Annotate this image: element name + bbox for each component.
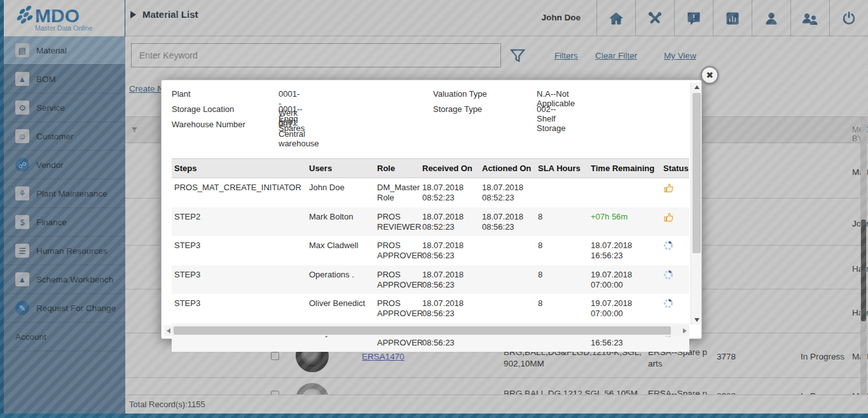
wf-users: Operations .	[307, 265, 375, 295]
wf-users: Mark Bolton	[307, 207, 375, 237]
wf-role: PROS APPROVER	[375, 265, 420, 295]
storage-type-label: Storage Type	[433, 104, 538, 114]
wf-actioned	[479, 265, 535, 295]
wf-sla: 8	[535, 236, 588, 265]
scroll-left-arrow[interactable]	[164, 325, 173, 336]
thumbs-up-icon	[663, 183, 674, 193]
scroll-up-arrow[interactable]	[691, 83, 702, 92]
close-icon: ✖	[706, 70, 713, 80]
warehouse-number-label: Warehouse Number	[172, 120, 277, 129]
wf-received: 18.07.2018 08:56:23	[420, 265, 479, 295]
wf-role: DM_Master Role	[375, 178, 420, 207]
app-window: MDO Master Data Online ▤Material ▲BOM ⚙S…	[0, 0, 868, 418]
wf-steps: STEP2	[172, 207, 307, 237]
wf-steps: PROS_MAT_CREATE_INITIATOR	[172, 178, 307, 207]
wf-role: PROS APPROVER	[375, 236, 420, 265]
wf-received: 18.07.2018 08:56:23	[420, 236, 479, 265]
wf-header-users[interactable]: Users	[307, 159, 375, 178]
wf-remaining: 19.07.2018 07:00:00	[588, 265, 661, 295]
modal-vertical-scrollbar[interactable]	[691, 83, 701, 324]
wf-sla	[535, 178, 588, 207]
wf-header-actioned-on[interactable]: Actioned On	[479, 159, 535, 178]
wf-steps: STEP3	[172, 236, 307, 265]
wf-header-time-remaining[interactable]: Time Remaining	[588, 159, 661, 178]
wf-header-sla-hours[interactable]: SLA Hours	[535, 159, 588, 178]
workflow-details-modal: ✖ Plant0001--Werk 0001Valuation TypeN.A-…	[161, 80, 702, 339]
wf-users: John Doe	[307, 178, 375, 207]
wf-remaining: +07h 56m	[588, 207, 661, 237]
wf-role: PROS APPROVER	[375, 294, 420, 323]
in-progress-spinner-icon	[663, 298, 673, 309]
in-progress-spinner-icon	[663, 270, 673, 280]
workflow-table: Steps Users Role Received On Actioned On…	[172, 158, 689, 352]
wf-received: 18.07.2018 08:56:23	[420, 294, 479, 323]
plant-label: Plant	[172, 89, 277, 99]
wf-role: PROS REVIEWER	[375, 207, 420, 237]
workflow-row: STEP3 Max Cladwell PROS APPROVER 18.07.2…	[172, 236, 689, 265]
scroll-right-arrow[interactable]	[680, 325, 689, 336]
workflow-row: STEP3 Operations . PROS APPROVER 18.07.2…	[172, 265, 689, 295]
scroll-down-arrow[interactable]	[691, 316, 702, 324]
storage-type-value: 002--Shelf Storage	[537, 104, 566, 133]
wf-users: Oliver Benedict	[307, 294, 375, 323]
wf-actioned	[479, 294, 535, 323]
vertical-scrollbar-thumb[interactable]	[692, 93, 701, 253]
wf-remaining: 19.07.2018 07:00:00	[588, 294, 661, 323]
horizontal-scrollbar-thumb[interactable]	[174, 326, 671, 335]
wf-header-role[interactable]: Role	[375, 159, 420, 178]
warehouse-number-value: 001--Central warehouse	[279, 120, 319, 148]
wf-sla: 8	[535, 265, 588, 295]
wf-steps: STEP3	[172, 265, 307, 295]
workflow-header-row: Steps Users Role Received On Actioned On…	[172, 159, 689, 178]
wf-header-received-on[interactable]: Received On	[420, 159, 479, 178]
storage-location-label: Storage Location	[172, 104, 277, 114]
wf-header-status[interactable]: Status	[661, 159, 689, 178]
workflow-row: STEP3 Oliver Benedict PROS APPROVER 18.0…	[172, 294, 689, 323]
wf-received: 18.07.2018 08:52:23	[420, 178, 479, 207]
wf-remaining: 18.07.2018 16:56:23	[588, 236, 661, 265]
modal-close-button[interactable]: ✖	[701, 66, 719, 84]
workflow-row: STEP2 Mark Bolton PROS REVIEWER 18.07.20…	[172, 207, 689, 237]
in-progress-spinner-icon	[663, 240, 673, 251]
wf-header-steps[interactable]: Steps	[172, 159, 307, 178]
wf-actioned	[479, 236, 535, 265]
wf-actioned: 18.07.2018 08:52:23	[479, 178, 535, 207]
wf-received: 18.07.2018 08:52:23	[420, 207, 479, 237]
thumbs-up-icon	[663, 212, 674, 223]
wf-steps: STEP3	[172, 294, 307, 323]
wf-sla: 8	[535, 294, 588, 323]
wf-sla: 8	[535, 207, 588, 237]
valuation-type-label: Valuation Type	[433, 89, 538, 99]
workflow-row: PROS_MAT_CREATE_INITIATOR John Doe DM_Ma…	[172, 178, 689, 207]
wf-users: Max Cladwell	[307, 236, 375, 265]
wf-actioned: 18.07.2018 08:56:23	[479, 207, 535, 237]
wf-remaining	[588, 178, 661, 207]
modal-horizontal-scrollbar[interactable]	[164, 325, 689, 336]
